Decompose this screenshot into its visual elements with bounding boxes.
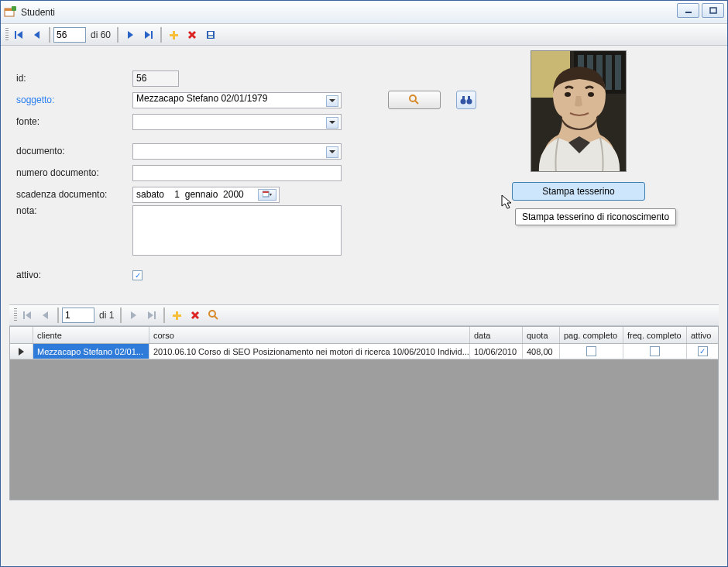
- search-icon: [408, 94, 421, 106]
- svg-rect-10: [151, 31, 153, 39]
- svg-point-47: [209, 311, 215, 317]
- student-photo: [531, 50, 627, 172]
- svg-rect-2: [12, 6, 16, 11]
- svg-rect-4: [710, 8, 716, 13]
- nota-label: nota:: [16, 205, 132, 216]
- tooltip: Stampa tesserino di riconoscimento: [515, 208, 676, 225]
- svg-marker-39: [43, 311, 48, 319]
- scadenza-value: sabato 1 gennaio 2000: [136, 189, 244, 200]
- td-cliente[interactable]: Mezzacapo Stefano 02/01...: [33, 344, 149, 359]
- svg-marker-41: [148, 311, 153, 319]
- svg-rect-42: [154, 311, 156, 319]
- svg-rect-25: [263, 191, 269, 193]
- main-toolbar: di 60: [1, 24, 727, 46]
- row-indicator: [10, 344, 33, 359]
- binoculars-icon: [460, 94, 472, 105]
- sub-toolbar: di 1: [9, 304, 719, 326]
- pag-checkbox[interactable]: [586, 346, 596, 356]
- calendar-icon[interactable]: [258, 189, 276, 201]
- attivo-checkbox[interactable]: ✓: [132, 270, 143, 280]
- td-freq[interactable]: [623, 344, 687, 359]
- documento-label: documento:: [16, 146, 132, 156]
- th-data[interactable]: data: [470, 327, 523, 343]
- sub-delete-button[interactable]: [187, 307, 204, 324]
- td-quota[interactable]: 408,00: [523, 344, 560, 359]
- sub-nav-total-label: di 1: [96, 310, 117, 321]
- td-attivo[interactable]: ✓: [687, 344, 718, 359]
- svg-rect-37: [23, 311, 25, 319]
- svg-rect-17: [208, 36, 213, 38]
- search-button[interactable]: [388, 91, 441, 109]
- svg-marker-6: [17, 31, 22, 39]
- nav-last-button[interactable]: [140, 26, 157, 43]
- gripper: [14, 308, 17, 322]
- scadenza-label: scadenza documento:: [16, 189, 132, 200]
- app-icon: [4, 6, 16, 19]
- td-corso[interactable]: 2010.06.10 Corso di SEO Posizionamento n…: [149, 344, 470, 359]
- fonte-label: fonte:: [16, 116, 132, 127]
- svg-line-48: [215, 316, 218, 319]
- th-attivo[interactable]: attivo: [687, 327, 718, 343]
- sub-nav-first-button[interactable]: [19, 307, 36, 324]
- stampa-tesserino-button[interactable]: Stampa tesserino: [512, 182, 645, 201]
- scadenza-datepicker[interactable]: sabato 1 gennaio 2000: [132, 187, 280, 203]
- save-button[interactable]: [202, 26, 219, 43]
- svg-rect-44: [173, 314, 181, 317]
- nav-total-label: di 60: [88, 29, 114, 40]
- nav-position-input[interactable]: [53, 27, 86, 43]
- sub-nav-prev-button[interactable]: [37, 307, 54, 324]
- th-cliente[interactable]: cliente: [33, 327, 149, 343]
- svg-marker-9: [145, 31, 150, 39]
- sub-nav-position-input[interactable]: [62, 308, 94, 323]
- numdoc-label: numero documento:: [16, 167, 132, 178]
- nav-first-button[interactable]: [10, 26, 27, 43]
- svg-rect-3: [685, 12, 692, 13]
- sub-add-button[interactable]: [168, 307, 185, 324]
- attivo-label: attivo:: [16, 270, 132, 280]
- fonte-select[interactable]: [132, 114, 342, 130]
- enrollment-grid[interactable]: cliente corso data quota pag. completo f…: [9, 326, 719, 500]
- nota-field[interactable]: [132, 205, 342, 256]
- soggetto-select[interactable]: Mezzacapo Stefano 02/01/1979: [132, 92, 342, 108]
- svg-marker-8: [128, 31, 133, 39]
- th-quota[interactable]: quota: [523, 327, 560, 343]
- svg-marker-38: [26, 311, 31, 319]
- svg-rect-34: [615, 55, 621, 90]
- soggetto-value: Mezzacapo Stefano 02/01/1979: [136, 93, 267, 104]
- svg-rect-5: [15, 31, 16, 39]
- svg-point-18: [410, 95, 416, 101]
- svg-marker-49: [19, 348, 24, 356]
- svg-point-35: [565, 92, 571, 97]
- minimize-button[interactable]: [677, 3, 699, 18]
- row-attivo-checkbox[interactable]: ✓: [698, 346, 708, 356]
- svg-point-36: [588, 92, 594, 97]
- delete-button[interactable]: [184, 26, 201, 43]
- sub-nav-next-button[interactable]: [125, 307, 142, 324]
- nav-prev-button[interactable]: [29, 26, 46, 43]
- add-button[interactable]: [165, 26, 182, 43]
- td-data[interactable]: 10/06/2010: [470, 344, 523, 359]
- sub-nav-last-button[interactable]: [143, 307, 160, 324]
- nav-next-button[interactable]: [122, 26, 139, 43]
- documento-select[interactable]: [132, 143, 342, 160]
- sub-search-button[interactable]: [205, 307, 222, 324]
- svg-rect-12: [170, 34, 178, 36]
- svg-rect-22: [462, 96, 465, 100]
- window-title: Studenti: [21, 7, 55, 18]
- id-label: id:: [16, 73, 132, 84]
- soggetto-label[interactable]: soggetto:: [16, 94, 132, 105]
- freq-checkbox[interactable]: [650, 346, 660, 356]
- svg-marker-26: [270, 194, 272, 196]
- row-selector-header: [10, 327, 33, 343]
- svg-rect-16: [208, 32, 213, 35]
- gripper: [5, 28, 9, 42]
- th-freq[interactable]: freq. completo: [623, 327, 687, 343]
- th-pag[interactable]: pag. completo: [560, 327, 623, 343]
- numdoc-field[interactable]: [132, 165, 342, 181]
- th-corso[interactable]: corso: [149, 327, 470, 343]
- table-row[interactable]: Mezzacapo Stefano 02/01... 2010.06.10 Co…: [10, 344, 718, 359]
- maximize-button[interactable]: [702, 3, 724, 18]
- td-pag[interactable]: [560, 344, 623, 359]
- id-field: [132, 70, 179, 87]
- binoculars-button[interactable]: [456, 91, 476, 109]
